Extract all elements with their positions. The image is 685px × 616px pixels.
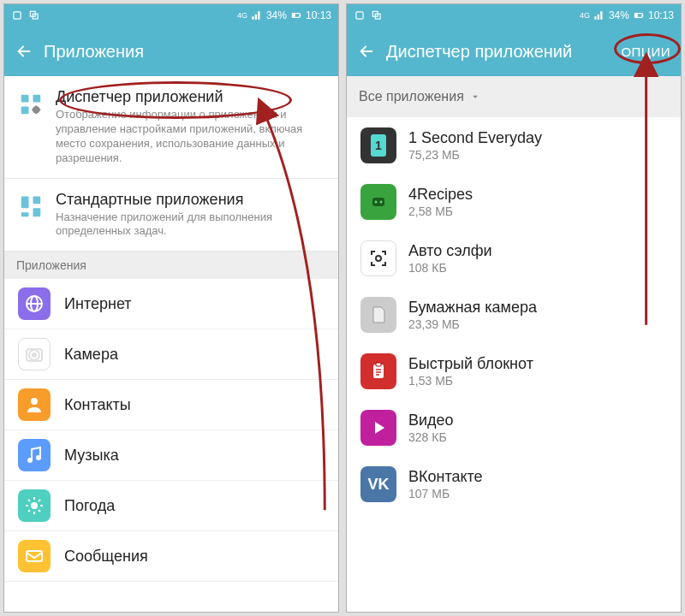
app-name: Бумажная камера [408,299,667,317]
app-row[interactable]: Быстрый блокнот1,53 МБ [347,343,681,400]
settings-item-app-manager[interactable]: Диспетчер приложений Отображение информа… [4,76,338,179]
app-name: Быстрый блокнот [408,355,667,373]
app-label: Контакты [64,396,325,414]
app-label: Камера [64,346,325,364]
time-label: 10:13 [648,9,674,21]
app-label: Интернет [64,295,325,313]
list-item[interactable]: Погода [4,481,338,531]
app-size: 2,58 МБ [408,204,667,218]
app-size: 1,53 МБ [408,374,667,388]
filter-dropdown[interactable]: Все приложения [347,76,681,117]
svg-point-33 [376,256,381,261]
battery-icon [290,9,302,21]
svg-point-21 [36,455,41,460]
svg-rect-29 [635,14,638,17]
screenshot-status-icon [28,9,40,21]
app-label: Погода [64,497,325,515]
app-row[interactable]: Авто сэлфи108 КБ [347,230,681,287]
svg-point-19 [31,398,38,405]
svg-point-20 [27,458,33,463]
svg-rect-6 [21,95,29,103]
app-size: 23,39 МБ [408,317,667,331]
app-row[interactable]: Бумажная камера23,39 МБ [347,287,681,343]
back-status-icon [354,9,366,21]
settings-item-title: Диспетчер приложений [56,88,325,106]
svg-rect-13 [33,208,41,216]
settings-item-title: Стандартные приложения [56,191,325,209]
header-title: Приложения [44,42,328,62]
app-size: 75,23 МБ [408,148,667,162]
app-icon [18,540,51,572]
list-item[interactable]: Интернет [4,279,338,329]
app-name: ВКонтакте [408,468,667,486]
list-item[interactable]: Камера [4,329,338,380]
settings-body: Диспетчер приложений Отображение информа… [4,76,338,612]
left-phone: 4G 34% 10:13 Приложения Диспетчер прилож… [3,3,339,613]
back-arrow-icon[interactable] [15,42,33,61]
svg-rect-11 [33,196,41,204]
time-label: 10:13 [306,9,331,21]
list-item[interactable]: Сообщения [4,531,338,582]
settings-item-default-apps[interactable]: Стандартные приложения Назначение прилож… [4,179,338,252]
svg-point-22 [31,502,38,509]
screenshot-status-icon [371,9,383,21]
app-name: Авто сэлфи [408,242,667,260]
app-icon [360,184,396,220]
battery-label: 34% [266,9,287,21]
svg-rect-7 [33,95,41,103]
svg-point-32 [380,201,383,204]
app-label: Музыка [64,447,325,465]
filter-label: Все приложения [359,89,464,104]
app-name: Видео [408,412,667,429]
svg-point-31 [375,201,378,204]
header-title: Диспетчер приложений [386,42,611,62]
statusbar: 4G 34% 10:13 [4,4,338,27]
battery-icon [633,9,645,21]
svg-rect-23 [27,551,42,561]
app-icon [360,297,396,333]
svg-rect-4 [300,15,301,16]
app-list: 11 Second Everyday75,23 МБ4Recipes2,58 М… [347,117,681,512]
right-phone: 4G 34% 10:13 Диспетчер приложений ОПЦИИ … [346,3,682,613]
app-icon [18,287,51,320]
header: Диспетчер приложений ОПЦИИ [347,27,681,76]
app-row[interactable]: VKВКонтакте107 МБ [347,456,681,512]
app-icon [360,240,396,276]
section-header: Приложения [4,252,338,279]
statusbar: 4G 34% 10:13 [347,4,681,27]
header: Приложения [4,27,338,76]
svg-rect-30 [372,198,384,206]
svg-rect-28 [642,15,643,16]
svg-point-17 [32,352,37,358]
chevron-down-icon [469,91,481,103]
back-status-icon [11,9,23,21]
app-icon [360,353,396,389]
back-arrow-icon[interactable] [357,42,376,61]
svg-rect-8 [21,107,29,115]
app-list: ИнтернетКамераКонтактыМузыкаПогодаСообще… [4,279,338,582]
app-icon [18,338,51,370]
app-size: 108 КБ [408,261,667,275]
app-row[interactable]: Видео328 КБ [347,400,681,456]
apps-icon [18,92,44,117]
app-icon: 1 [360,127,396,163]
app-row[interactable]: 11 Second Everyday75,23 МБ [347,117,681,174]
svg-rect-0 [14,12,21,19]
svg-point-9 [33,106,40,114]
app-icon [18,489,51,522]
apps-icon [18,194,44,220]
list-item[interactable]: Контакты [4,380,338,430]
signal-icon [251,9,263,21]
app-name: 1 Second Everyday [408,129,667,147]
app-list-body: 11 Second Everyday75,23 МБ4Recipes2,58 М… [347,117,681,612]
svg-rect-24 [356,12,363,19]
settings-item-subtitle: Отображение информации о приложениях и у… [56,108,325,166]
network-label: 4G [580,11,590,20]
svg-rect-5 [293,14,295,17]
network-label: 4G [237,11,247,20]
app-row[interactable]: 4Recipes2,58 МБ [347,174,681,230]
options-button[interactable]: ОПЦИИ [621,44,670,59]
app-icon [360,410,396,446]
app-size: 328 КБ [408,430,667,444]
list-item[interactable]: Музыка [4,430,338,481]
